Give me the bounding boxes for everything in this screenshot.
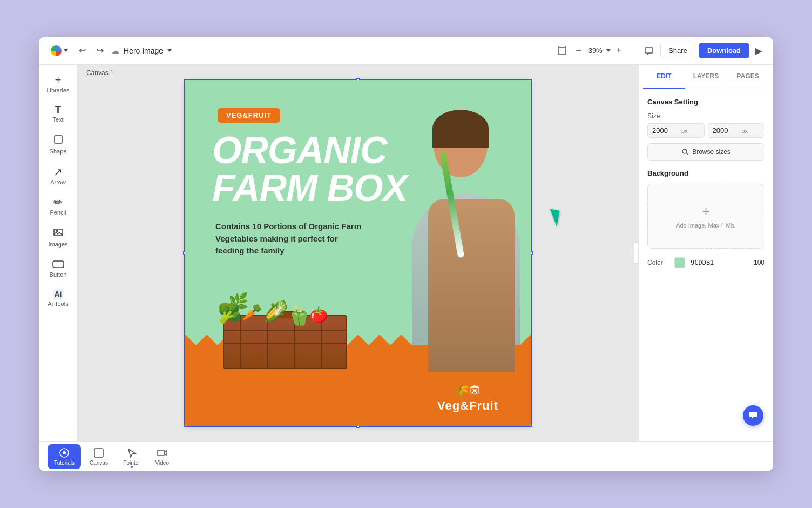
- bottom-tool-canvas[interactable]: Canvas: [83, 444, 114, 469]
- images-icon: [53, 227, 64, 239]
- sidebar-item-text[interactable]: T Text: [43, 101, 74, 128]
- width-unit: px: [681, 128, 688, 134]
- design-canvas-wrapper: VEG&FRUIT ORGANIC FARM BOX Contains 10 P…: [185, 80, 531, 426]
- pointer-icon: [126, 447, 137, 458]
- sidebar-item-ai-tools[interactable]: Ai Ai Tools: [43, 285, 74, 312]
- frame-tool-button[interactable]: [554, 43, 570, 59]
- sidebar-item-pencil-label: Pencil: [50, 209, 66, 216]
- main-content: + Libraries T Text Shape ↗ Arrow ✏: [39, 65, 773, 441]
- canvas-setting-title: Canvas Setting: [647, 98, 764, 106]
- color-swatch[interactable]: [674, 257, 685, 268]
- veg-crate-container: 🥦 🥕 🌽 🫑 🍅 🌿 🥬: [212, 261, 358, 369]
- browse-sizes-label: Browse sizes: [692, 148, 730, 156]
- sidebar-item-button-label: Button: [50, 271, 67, 278]
- sidebar-item-libraries[interactable]: + Libraries: [43, 70, 74, 98]
- pencil-icon: ✏: [53, 197, 63, 208]
- woman-figure-container: [363, 107, 531, 426]
- subtext: Contains 10 Portions of Organic Farm Veg…: [215, 220, 367, 257]
- color-row: Color 9CDDB1 100: [647, 257, 764, 268]
- pointer-label: Pointer: [123, 460, 140, 466]
- save-indicator: ☁: [111, 46, 119, 56]
- veg-fruit-badge: VEG&FRUIT: [218, 108, 280, 123]
- project-chevron-icon: [167, 49, 172, 52]
- tab-pages[interactable]: PAGES: [727, 65, 769, 89]
- arrow-icon: ↗: [53, 166, 63, 177]
- sidebar-item-text-label: Text: [52, 116, 63, 123]
- video-icon: [157, 447, 167, 458]
- ai-tools-icon: Ai: [53, 289, 64, 299]
- size-section-label: Size: [647, 112, 662, 120]
- topbar-icons: Share Download ▶: [641, 43, 764, 59]
- canvas-tab-label: Canvas 1: [78, 65, 123, 81]
- height-unit: px: [742, 128, 748, 134]
- topbar: ↩ ↪ ☁ Hero Image − 39% +: [39, 37, 773, 65]
- bottom-tool-pointer[interactable]: Pointer: [117, 444, 147, 469]
- google-icon: [51, 45, 62, 56]
- app-window: ↩ ↪ ☁ Hero Image − 39% +: [39, 37, 773, 471]
- height-input-group[interactable]: px: [708, 123, 765, 138]
- search-icon: [681, 148, 689, 156]
- tab-edit[interactable]: EDIT: [643, 65, 685, 89]
- libraries-icon: +: [55, 75, 62, 85]
- bottom-tool-tutorials[interactable]: Tutorials: [48, 444, 81, 469]
- color-hex-value: 9CDDB1: [691, 259, 714, 266]
- svg-rect-15: [158, 450, 164, 456]
- color-opacity-value: 100: [754, 259, 764, 266]
- brand-footer: 🌾🏚 Veg&Fruit: [437, 384, 498, 413]
- svg-rect-8: [53, 261, 64, 268]
- chat-support-button[interactable]: [743, 405, 763, 426]
- text-icon: T: [55, 105, 61, 115]
- undo-button[interactable]: ↩: [76, 42, 89, 59]
- shape-icon: [53, 134, 64, 146]
- size-row: px px: [647, 123, 764, 138]
- topbar-left: ↩ ↪ ☁ Hero Image: [48, 42, 172, 59]
- share-button[interactable]: Share: [660, 43, 695, 58]
- brand-name-text: Veg&Fruit: [437, 399, 498, 413]
- left-sidebar: + Libraries T Text Shape ↗ Arrow ✏: [39, 65, 78, 441]
- download-button[interactable]: Download: [699, 43, 749, 58]
- comment-button[interactable]: [641, 43, 657, 59]
- veg-emoji-5: 🍅: [309, 308, 328, 323]
- redo-button[interactable]: ↪: [93, 42, 107, 59]
- browse-sizes-button[interactable]: Browse sizes: [647, 143, 764, 161]
- video-label: Video: [155, 460, 169, 466]
- canvas-icon: [93, 447, 104, 458]
- tutorials-label: Tutorials: [54, 460, 75, 466]
- project-name: Hero Image: [124, 46, 163, 55]
- sidebar-item-pencil[interactable]: ✏ Pencil: [43, 192, 74, 220]
- right-panel: EDIT LAYERS PAGES Canvas Setting Size px: [638, 65, 773, 441]
- width-input-group[interactable]: px: [647, 123, 705, 138]
- sidebar-item-images[interactable]: Images: [43, 223, 74, 252]
- cloud-icon: ☁: [111, 46, 119, 56]
- cursor-arrow: [547, 209, 560, 227]
- sidebar-item-button[interactable]: Button: [43, 255, 74, 283]
- zoom-value: 39%: [587, 46, 604, 55]
- play-button[interactable]: ▶: [753, 43, 764, 59]
- collapse-right-panel-handle[interactable]: ›: [634, 242, 638, 264]
- bottom-tool-video[interactable]: Video: [149, 444, 175, 469]
- design-canvas[interactable]: VEG&FRUIT ORGANIC FARM BOX Contains 10 P…: [185, 80, 531, 426]
- sidebar-item-images-label: Images: [48, 241, 67, 248]
- bg-upload-area[interactable]: + Add Image, Max 4 Mb.: [647, 184, 764, 249]
- sidebar-item-shape[interactable]: Shape: [43, 130, 74, 159]
- chevron-down-icon: [64, 49, 68, 52]
- background-title: Background: [647, 169, 764, 177]
- sidebar-item-arrow-label: Arrow: [50, 179, 66, 186]
- svg-point-13: [63, 451, 66, 454]
- google-menu-button[interactable]: [48, 43, 71, 58]
- panel-content: Canvas Setting Size px px: [639, 89, 773, 441]
- sidebar-item-arrow[interactable]: ↗ Arrow: [43, 162, 74, 190]
- color-section: Color 9CDDB1 100: [647, 257, 764, 268]
- veg-emoji-7: 🥬: [272, 301, 289, 315]
- tutorials-icon: [59, 447, 70, 458]
- svg-point-10: [682, 149, 687, 153]
- upload-text: Add Image, Max 4 Mb.: [676, 222, 736, 229]
- tab-layers[interactable]: LAYERS: [685, 65, 727, 89]
- width-input[interactable]: [652, 126, 679, 135]
- svg-rect-14: [94, 449, 103, 457]
- height-input[interactable]: [713, 126, 740, 135]
- zoom-in-button[interactable]: +: [613, 44, 625, 57]
- button-icon: [52, 259, 64, 270]
- zoom-out-button[interactable]: −: [572, 44, 585, 57]
- canvas-area[interactable]: Canvas 1 › VEG&FRUIT ORGANI: [78, 65, 638, 441]
